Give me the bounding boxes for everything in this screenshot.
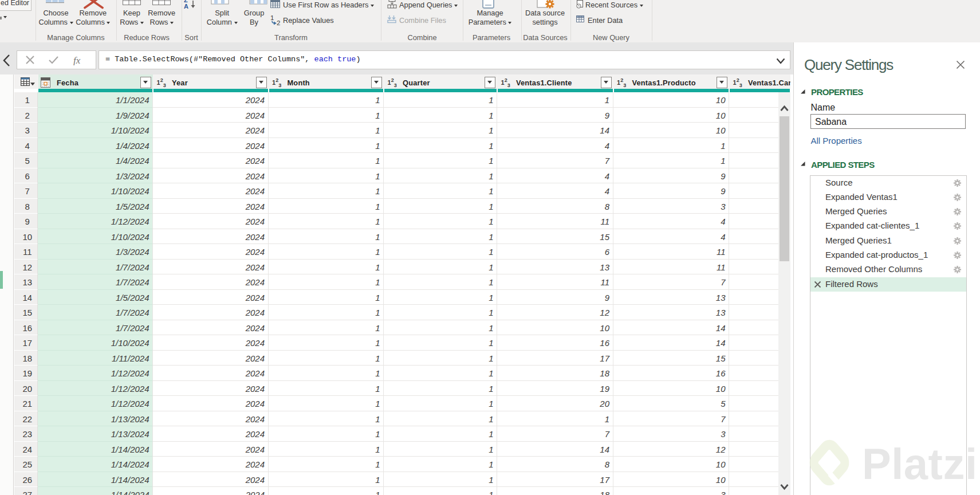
svg-text:A: A [184,3,188,10]
svg-text:1: 1 [270,14,274,21]
svg-text:Platzi: Platzi [862,439,978,488]
svg-text:2: 2 [277,19,280,26]
svg-text:fx: fx [73,55,81,65]
